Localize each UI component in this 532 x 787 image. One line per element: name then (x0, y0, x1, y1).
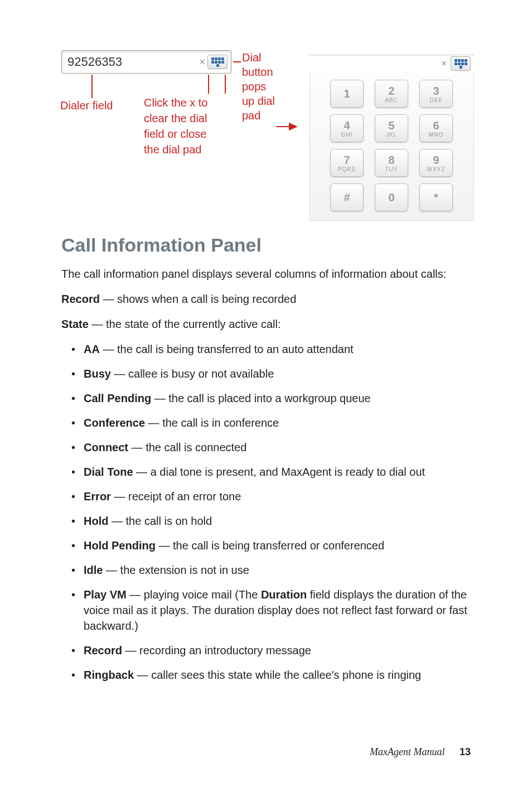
dialer-value: 92526353 (67, 55, 197, 69)
label-dial-button: Dialbuttonpopsup dialpad (242, 50, 275, 123)
callout-line (233, 61, 241, 62)
key-star[interactable]: * (419, 184, 453, 211)
key-4[interactable]: 4GHI (330, 114, 364, 142)
list-item: Play VM — playing voice mail (The Durati… (61, 587, 471, 634)
arrow-icon (289, 123, 298, 131)
list-item: Hold Pending — the call is being transfe… (61, 538, 471, 553)
list-item: Idle — the extension is not in use (61, 562, 471, 578)
callout-line (225, 75, 226, 94)
list-item: Conference — the call is in conference (61, 415, 471, 431)
section-heading: Call Information Panel (61, 234, 471, 256)
key-hash[interactable]: # (330, 184, 364, 211)
list-item: Hold — the call is on hold (61, 513, 471, 529)
key-1[interactable]: 1 (330, 80, 364, 108)
callout-line (276, 126, 289, 127)
page-number: 13 (460, 746, 471, 757)
state-list: AA — the call is being transferred to an… (61, 341, 471, 683)
label-click-x: Click the x toclear the dialfield or clo… (144, 95, 207, 157)
list-item: Record — recording an introductory messa… (61, 643, 471, 658)
key-2[interactable]: 2ABC (375, 80, 408, 108)
keypad-grid: 1 2ABC 3DEF 4GHI 5JKL 6MNO 7PQRS 8TUV 9W… (309, 72, 474, 221)
keypad-panel: × 1 2ABC 3DEF 4GHI 5JKL 6MNO 7PQRS 8TUV … (309, 55, 474, 221)
key-7[interactable]: 7PQRS (330, 149, 364, 177)
list-item: AA — the call is being transferred to an… (61, 341, 471, 357)
footer-title: MaxAgent Manual (370, 746, 444, 757)
dialpad-icon[interactable] (207, 55, 228, 69)
list-item: Error — receipt of an error tone (61, 489, 471, 504)
callout-line (91, 75, 93, 98)
record-definition: Record — shows when a call is being reco… (61, 291, 471, 307)
label-dialer-field: Dialer field (60, 99, 113, 112)
key-3[interactable]: 3DEF (419, 80, 453, 108)
page-footer: MaxAgent Manual 13 (370, 746, 471, 758)
list-item: Ringback — caller sees this state while … (61, 667, 471, 683)
dialer-input[interactable]: 92526353 × (61, 50, 231, 74)
key-0[interactable]: 0 (375, 184, 408, 211)
keypad-topbar: × (309, 55, 474, 72)
key-9[interactable]: 9WXYZ (419, 149, 453, 177)
dialer-diagram: 92526353 × Dialer field Click the x tocl… (61, 50, 471, 212)
list-item: Connect — the call is connected (61, 440, 471, 455)
list-item: Call Pending — the call is placed into a… (61, 390, 471, 406)
list-item: Dial Tone — a dial tone is present, and … (61, 464, 471, 480)
key-8[interactable]: 8TUV (375, 149, 408, 177)
intro-text: The call information panel displays seve… (61, 266, 471, 282)
clear-icon[interactable]: × (197, 56, 207, 68)
close-icon[interactable]: × (440, 59, 448, 69)
callout-line (208, 75, 209, 94)
dialpad-icon[interactable] (451, 56, 471, 71)
key-6[interactable]: 6MNO (419, 114, 453, 142)
key-5[interactable]: 5JKL (375, 114, 408, 142)
state-definition: State — the state of the currently activ… (61, 316, 471, 332)
list-item: Busy — callee is busy or not available (61, 366, 471, 382)
